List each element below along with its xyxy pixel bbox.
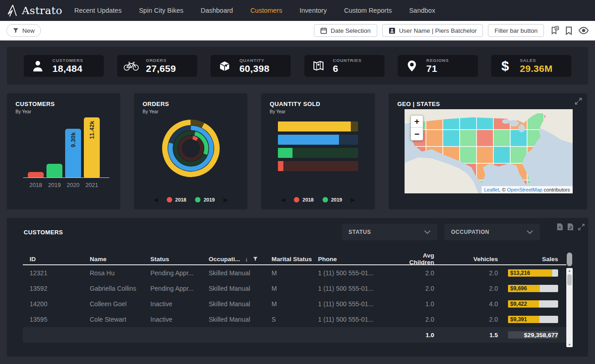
nav-item-spin-city-bikes[interactable]: Spin City Bikes <box>139 7 184 14</box>
table-row[interactable]: 13592Gabriella CollinsPending Appr...Ski… <box>23 281 566 296</box>
customers-table-card: CUSTOMERS STATUS OCCUPATION X ID Name St… <box>7 218 588 357</box>
cell-id: 14200 <box>30 300 90 308</box>
legend-dot <box>195 197 200 202</box>
osm-link[interactable]: OpenStreetMap <box>507 187 543 192</box>
col-header-sales[interactable]: Sales <box>498 256 558 263</box>
brand[interactable]: Astrato <box>6 4 62 17</box>
customers-chart-card: CUSTOMERS By Year 9.30k11.42k 2018201920… <box>7 93 120 209</box>
new-filter-button[interactable]: New <box>6 24 41 37</box>
col-header-status[interactable]: Status <box>150 256 209 263</box>
cell-phone: 1 (11) 500 555-01... <box>318 285 405 292</box>
kpi-value: 6 <box>333 63 362 74</box>
nav-item-recent-updates[interactable]: Recent Updates <box>74 7 122 14</box>
sales-value: $13,216 <box>508 269 558 277</box>
hbar-2018[interactable] <box>278 161 358 171</box>
leaflet-link[interactable]: Leaflet <box>484 187 499 192</box>
hbar-fill-2020 <box>278 135 339 145</box>
col-header-marital[interactable]: Marital Status <box>272 256 318 263</box>
nav-item-dashboard[interactable]: Dashboard <box>200 7 233 14</box>
bar-2021[interactable]: 11.42k <box>84 117 100 177</box>
occupation-filter-dropdown[interactable]: OCCUPATION <box>444 224 540 240</box>
cell-vehicles: 2.0 <box>434 285 498 292</box>
col-header-vehicles[interactable]: Vehicles <box>434 256 498 263</box>
col-header-id[interactable]: ID <box>30 256 90 263</box>
astrato-logo-icon <box>6 4 18 17</box>
legend-next-arrow[interactable]: ▶ <box>223 197 227 202</box>
cell-phone: 1 (11) 500 555-01... <box>318 300 405 308</box>
nav-item-customers[interactable]: Customers <box>250 7 282 14</box>
bar-2018[interactable] <box>28 172 44 177</box>
sort-desc-icon[interactable]: ↓ <box>245 256 248 263</box>
bar-2020[interactable]: 9.30k <box>65 129 81 177</box>
scrollbar-cap[interactable] <box>567 253 572 266</box>
export-excel-icon[interactable]: X <box>557 223 563 231</box>
col-header-phone[interactable]: Phone <box>318 256 405 263</box>
column-filter-icon[interactable] <box>253 257 258 261</box>
date-selection-button[interactable]: Date Selection <box>314 24 377 37</box>
nav-item-sandbox[interactable]: Sandbox <box>409 7 435 14</box>
table-header-row: ID Name Status Occupati... ↓ Marital Sta… <box>23 253 566 265</box>
expand-icon[interactable] <box>574 97 582 107</box>
map-state[interactable] <box>510 130 527 147</box>
orders-legend: ◀20182019▶ <box>134 197 247 202</box>
col-header-name[interactable]: Name <box>90 256 150 263</box>
map-state[interactable] <box>477 130 493 147</box>
donut-ring-2018-track <box>178 136 204 161</box>
hbar-2021[interactable] <box>278 121 358 131</box>
export-doc-icon[interactable] <box>567 223 574 231</box>
cell-vehicles: 2.0 <box>434 316 498 323</box>
attr-rest: contributors <box>542 187 570 192</box>
hbar-fill-2018 <box>278 161 283 171</box>
map-state[interactable] <box>493 147 510 163</box>
bar-2019[interactable] <box>46 164 62 177</box>
hbar-2020[interactable] <box>278 135 358 145</box>
expand-icon[interactable] <box>578 223 585 231</box>
table-row[interactable]: 12321Rosa HuPending Appr...Skilled Manua… <box>23 265 566 281</box>
cell-occupation: Skilled Manual <box>209 300 272 308</box>
bookmark-add-icon[interactable] <box>550 26 559 35</box>
kpi-countries: COUNTRIES 6 <box>304 55 385 77</box>
table-row[interactable]: 13595Cole StewartInactiveSkilled ManualS… <box>23 312 566 327</box>
totals-section: 14830 Isabella Ward Pending Appr... Skil… <box>23 327 566 344</box>
table-row[interactable]: 14200Colleen GoelInactiveSkilled ManualM… <box>23 296 566 312</box>
nav-item-custom-reports[interactable]: Custom Reports <box>344 7 392 14</box>
map-state[interactable] <box>426 130 443 147</box>
totals-row: 1.0 1.5 $29,358,677 <box>23 327 566 343</box>
customers-bar-plot: 9.30k11.42k <box>23 118 109 178</box>
orders-donut-svg[interactable] <box>157 114 225 182</box>
cell-children: 2.0 <box>405 285 434 292</box>
scroll-up-arrow[interactable]: ▲ <box>566 269 573 272</box>
legend-item-2018[interactable]: 2018 <box>167 197 186 202</box>
map-state[interactable] <box>443 130 460 147</box>
cell-occupation: Skilled Manual <box>209 285 272 292</box>
total-children: 1.0 <box>405 332 434 339</box>
status-filter-dropdown[interactable]: STATUS <box>342 224 437 240</box>
map-state[interactable] <box>493 130 510 147</box>
scrollbar-track[interactable]: ▲ ▼ <box>566 268 573 347</box>
zoom-out-button[interactable]: − <box>411 128 423 140</box>
legend-item-2019[interactable]: 2019 <box>195 197 215 202</box>
bookmark-icon[interactable] <box>565 26 572 35</box>
col-header-occupation[interactable]: Occupati... ↓ <box>209 256 272 263</box>
map-state[interactable] <box>460 147 477 163</box>
hbar-2019[interactable] <box>278 148 358 158</box>
legend-item-2018[interactable]: 2018 <box>294 197 313 202</box>
legend-item-2019[interactable]: 2019 <box>323 197 342 202</box>
legend-prev-arrow[interactable]: ◀ <box>281 197 285 202</box>
scroll-down-arrow[interactable]: ▼ <box>566 343 573 346</box>
eye-icon[interactable] <box>579 27 589 34</box>
total-sales: $29,358,677 <box>524 332 558 339</box>
filter-bar-button[interactable]: Filter bar button <box>488 24 544 37</box>
map-state[interactable] <box>460 130 477 147</box>
map-state[interactable] <box>477 147 493 163</box>
scrollbar-thumb[interactable] <box>567 274 572 285</box>
user-button[interactable]: User Name | Piers Batchelor <box>382 24 483 37</box>
zoom-in-button[interactable]: + <box>411 116 423 128</box>
legend-dot <box>323 197 328 202</box>
legend-prev-arrow[interactable]: ◀ <box>154 197 158 202</box>
col-header-children[interactable]: Avg Children <box>405 252 434 266</box>
customers-bar-chart: 9.30k11.42k 2018201920202021 <box>23 118 109 188</box>
legend-next-arrow[interactable]: ▶ <box>351 197 355 202</box>
us-states-map[interactable]: + − Leaflet, © OpenStreetMap contributor… <box>405 109 573 193</box>
nav-item-inventory[interactable]: Inventory <box>300 7 327 14</box>
